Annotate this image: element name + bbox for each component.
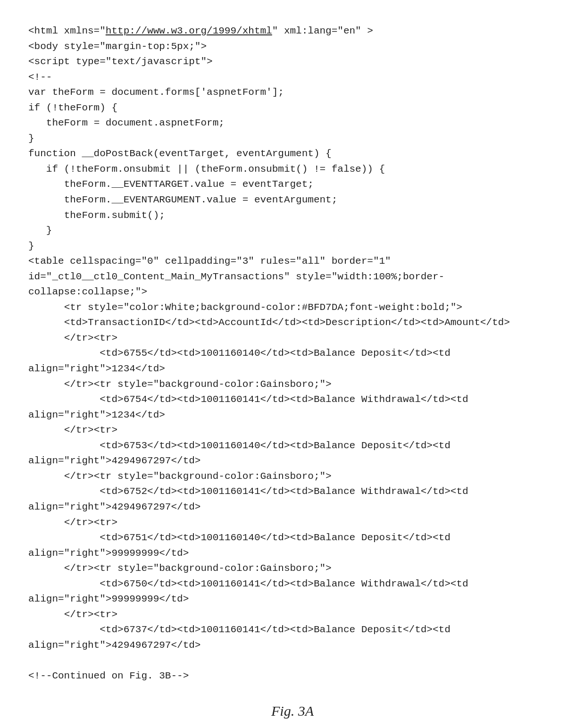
code-line-3: <script type="text/javascript"> xyxy=(28,56,213,67)
code-line-17: id="_ctl0__ctl0_Content_Main_MyTransacti… xyxy=(28,271,444,282)
code-line-15: } xyxy=(28,241,34,251)
code-line-36: </tr><tr style="background-color:Gainsbo… xyxy=(28,563,332,574)
code-line-34: <td>6751</td><td>1001160140</td><td>Bala… xyxy=(28,532,451,543)
code-line-35: align="right">99999999</td> xyxy=(28,548,189,559)
code-line-16: <table cellspacing="0" cellpadding="3" r… xyxy=(28,256,391,267)
code-line-13: theForm.submit(); xyxy=(28,210,165,221)
code-line-2: <body style="margin-top:5px;"> xyxy=(28,41,207,52)
code-line-6: if (!theForm) { xyxy=(28,102,117,113)
figure-label: Fig. 3A xyxy=(271,703,314,719)
code-line-9: function __doPostBack(eventTarget, event… xyxy=(28,148,332,159)
code-line-1: <html xmlns="http://www.w3.org/1999/xhtm… xyxy=(28,25,373,36)
page-container: <html xmlns="http://www.w3.org/1999/xhtm… xyxy=(0,0,585,728)
code-content: <html xmlns="http://www.w3.org/1999/xhtm… xyxy=(28,24,557,684)
figure-label-container: Fig. 3A xyxy=(28,703,557,728)
code-line-24: </tr><tr style="background-color:Gainsbo… xyxy=(28,379,332,390)
code-line-25: <td>6754</td><td>1001160141</td><td>Bala… xyxy=(28,394,468,405)
code-line-5: var theForm = document.forms['aspnetForm… xyxy=(28,87,284,98)
code-line-11: theForm.__EVENTTARGET.value = eventTarge… xyxy=(28,179,314,190)
code-line-21: </tr><tr> xyxy=(28,333,117,343)
code-line-26: align="right">1234</td> xyxy=(28,410,165,420)
code-line-8: } xyxy=(28,133,34,144)
code-line-33: </tr><tr> xyxy=(28,517,117,528)
code-line-23: align="right">1234</td> xyxy=(28,363,165,374)
code-line-22: <td>6755</td><td>1001160140</td><td>Bala… xyxy=(28,348,451,359)
code-line-20: <td>TransactionID</td><td>AccountId</td>… xyxy=(28,317,510,328)
code-line-10: if (!theForm.onsubmit || (theForm.onsubm… xyxy=(28,164,385,175)
code-line-37: <td>6750</td><td>1001160141</td><td>Bala… xyxy=(28,578,468,589)
code-line-31: <td>6752</td><td>1001160141</td><td>Bala… xyxy=(28,486,468,497)
code-line-19: <tr style="color:White;background-color:… xyxy=(28,302,462,313)
code-line-28: <td>6753</td><td>1001160140</td><td>Bala… xyxy=(28,440,451,451)
code-line-14: } xyxy=(28,225,52,236)
code-line-38: align="right">99999999</td> xyxy=(28,594,189,604)
code-line-43: <!--Continued on Fig. 3B--> xyxy=(28,670,189,681)
code-line-7: theForm = document.aspnetForm; xyxy=(28,117,225,128)
code-line-4: <!-- xyxy=(28,72,52,83)
code-line-12: theForm.__EVENTARGUMENT.value = eventArg… xyxy=(28,194,337,205)
code-line-27: </tr><tr> xyxy=(28,425,117,435)
code-line-30: </tr><tr style="background-color:Gainsbo… xyxy=(28,471,332,482)
code-line-18: collapse:collapse;"> xyxy=(28,286,147,297)
code-line-40: <td>6737</td><td>1001160141</td><td>Bala… xyxy=(28,624,451,635)
code-line-29: align="right">4294967297</td> xyxy=(28,455,201,466)
code-line-41: align="right">4294967297</td> xyxy=(28,640,201,651)
code-line-39: </tr><tr> xyxy=(28,609,117,620)
code-line-32: align="right">4294967297</td> xyxy=(28,502,201,512)
